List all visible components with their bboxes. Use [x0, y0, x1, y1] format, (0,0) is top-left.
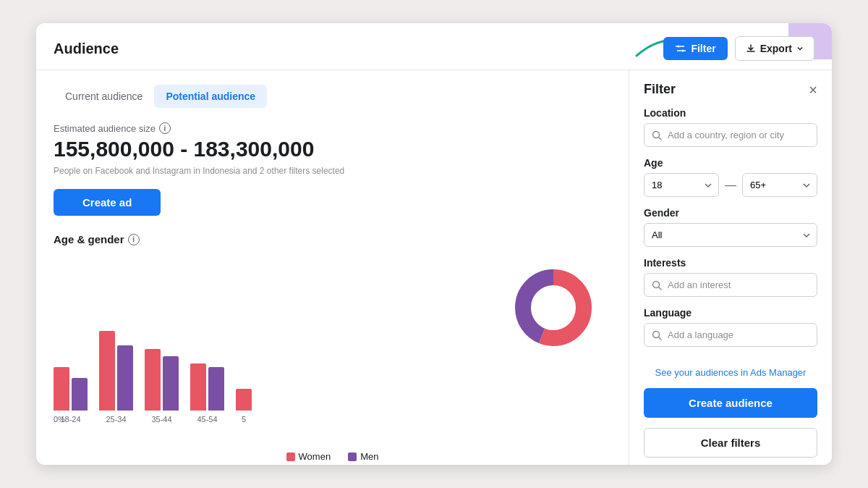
bar-label-45-54: 45-54 — [197, 415, 217, 424]
women-bar-18-24 — [54, 367, 69, 411]
tab-bar: Current audience Potential audience — [54, 85, 611, 108]
bars-55plus — [236, 389, 252, 411]
export-button[interactable]: Export — [735, 36, 814, 61]
legend-dot-women — [286, 453, 295, 461]
y-axis-label: 0% — [54, 415, 65, 424]
filter-header: Filter × — [644, 82, 817, 97]
interests-input-wrap — [644, 273, 817, 297]
language-label: Language — [644, 307, 817, 319]
top-bar-buttons: Filter Export — [663, 36, 814, 61]
legend-dot-row-men: Men — [348, 451, 378, 462]
age-section: Age 18212535 — 65+554535 — [644, 157, 817, 197]
location-search-icon — [652, 130, 662, 140]
gender-label: Gender — [644, 207, 817, 219]
chevron-down-icon — [796, 45, 804, 52]
bar-group-35-44: 35-44 — [145, 349, 179, 424]
legend-label-men: Men — [360, 451, 378, 462]
main-content: Current audience Potential audience Esti… — [36, 70, 832, 465]
main-container: Audience Filter — [36, 23, 832, 465]
legend-dot-row-women: Women — [286, 451, 331, 462]
info-icon: i — [159, 122, 171, 134]
women-bar-25-34 — [99, 331, 115, 411]
age-gender-title: Age & gender i — [54, 233, 611, 245]
legend-label-women: Women — [299, 451, 331, 462]
men-bar-35-44 — [163, 356, 179, 411]
left-panel: Current audience Potential audience Esti… — [36, 70, 629, 465]
language-search-icon — [652, 330, 662, 340]
audience-size: 155,800,000 - 183,300,000 — [54, 137, 611, 161]
age-gender-info-icon: i — [128, 234, 140, 245]
location-section: Location — [644, 107, 817, 147]
legend-item-men: Men 44.1% — [348, 451, 378, 465]
women-bar-45-54 — [190, 363, 206, 411]
gender-select[interactable]: All Men Women — [644, 223, 817, 247]
svg-line-13 — [659, 337, 662, 340]
create-ad-button[interactable]: Create ad — [54, 189, 161, 216]
download-icon — [746, 43, 756, 54]
bars-25-34 — [99, 331, 133, 411]
men-bar-25-34 — [117, 345, 133, 411]
bars-18-24 — [54, 367, 88, 411]
filter-panel: Filter × Location Age 1 — [629, 70, 832, 465]
bar-label-25-34: 25-34 — [106, 415, 126, 424]
bar-label-55plus: 5 — [242, 415, 246, 424]
bar-label-35-44: 35-44 — [151, 415, 171, 424]
tab-potential-audience[interactable]: Potential audience — [154, 85, 267, 108]
age-row: 18212535 — 65+554535 — [644, 173, 817, 197]
legend-dot-men — [348, 453, 357, 461]
bars-45-54 — [190, 363, 224, 411]
gender-section: Gender All Men Women — [644, 207, 817, 247]
est-label: Estimated audience size i — [54, 122, 611, 134]
filter-icon — [675, 43, 686, 54]
see-audiences-link[interactable]: See your audiences in Ads Manager — [644, 367, 817, 378]
create-audience-button[interactable]: Create audience — [644, 388, 817, 418]
bar-group-55plus: 5 — [236, 389, 252, 424]
language-section: Language — [644, 307, 817, 347]
legend-item-women: Women 55.9% — [286, 451, 331, 465]
men-bar-45-54 — [208, 367, 224, 411]
legend-pct-women: 55.9% — [296, 463, 320, 465]
language-input[interactable] — [668, 329, 809, 340]
legend-pct-men: 44.1% — [351, 463, 375, 465]
bar-group-45-54: 45-54 — [190, 363, 224, 424]
svg-point-7 — [532, 286, 575, 329]
age-max-select[interactable]: 65+554535 — [742, 173, 817, 197]
interests-section: Interests — [644, 257, 817, 297]
location-input-wrap — [644, 123, 817, 147]
bar-group-25-34: 25-34 — [99, 331, 133, 424]
location-input[interactable] — [668, 130, 809, 140]
location-label: Location — [644, 107, 817, 119]
chart-area: 0% 18-24 25-34 — [54, 257, 611, 445]
tab-current-audience[interactable]: Current audience — [54, 85, 154, 108]
language-input-wrap — [644, 323, 817, 347]
filter-button[interactable]: Filter — [663, 37, 727, 60]
audience-desc: People on Facebook and Instagram in Indo… — [54, 166, 611, 176]
women-bar-55plus — [236, 389, 252, 411]
chart-legend: Women 55.9% Men 44.1% — [54, 451, 611, 465]
interests-input[interactable] — [668, 279, 809, 290]
age-label: Age — [644, 157, 817, 169]
interests-label: Interests — [644, 257, 817, 269]
age-dash: — — [725, 179, 736, 192]
bars-35-44 — [145, 349, 179, 411]
clear-filters-button[interactable]: Clear filters — [644, 428, 817, 458]
page-title: Audience — [54, 41, 119, 57]
men-bar-18-24 — [72, 378, 88, 411]
women-bar-35-44 — [145, 349, 161, 411]
svg-line-11 — [659, 287, 662, 290]
filter-title: Filter — [644, 82, 676, 97]
close-filter-button[interactable]: × — [809, 83, 817, 97]
bar-chart: 0% 18-24 25-34 — [54, 331, 611, 445]
interests-search-icon — [652, 280, 662, 290]
age-min-select[interactable]: 18212535 — [644, 173, 719, 197]
top-bar: Audience Filter — [36, 23, 832, 70]
svg-line-9 — [659, 137, 662, 140]
